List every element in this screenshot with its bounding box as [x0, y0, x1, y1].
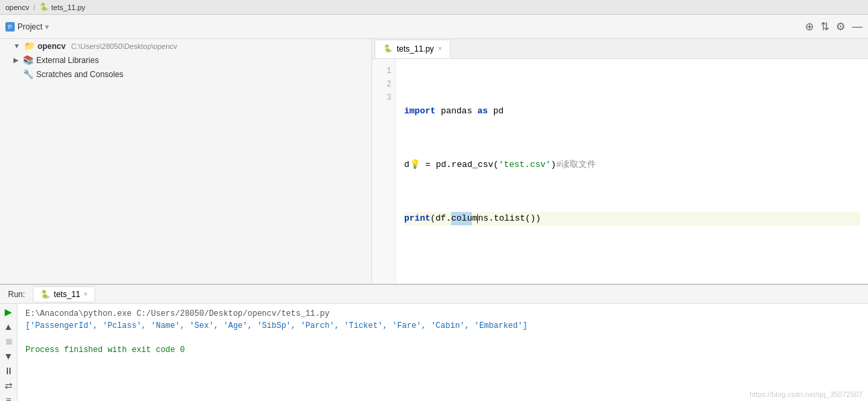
side-buttons: ▶ ▲ ⏹ ▼ ⏸ ⇄ ≡ — [0, 304, 17, 401]
editor-area: 🐍 tets_11.py × 1 2 3 import pandas as pd… — [372, 39, 868, 284]
sidebar: ▼ 📁 opencv C:\Users\28050\Desktop\opencv… — [0, 39, 372, 284]
tab-file-icon: 🐍 — [383, 44, 393, 53]
sidebar-item-scratches[interactable]: ▶ 🔧 Scratches and Consoles — [0, 67, 371, 81]
console-output-area: E:\Anaconda\python.exe C:/Users/28050/De… — [17, 304, 868, 401]
editor-tab[interactable]: 🐍 tets_11.py × — [375, 40, 450, 58]
console-line-1: E:\Anaconda\python.exe C:/Users/28050/De… — [25, 308, 860, 320]
title-sep: / — [33, 3, 35, 11]
rerun-button[interactable]: ⇄ — [2, 380, 15, 391]
console-line-2: ['PassengerId', 'Pclass', 'Name', 'Sex',… — [25, 320, 860, 332]
opencv-label: opencv — [38, 42, 66, 51]
sidebar-item-opencv[interactable]: ▼ 📁 opencv C:\Users\28050\Desktop\opencv — [0, 39, 371, 53]
code-content[interactable]: import pandas as pd d💡 = pd.read_csv('te… — [396, 59, 868, 284]
filter-button[interactable]: ≡ — [2, 395, 15, 401]
console-line-4: Process finished with exit code 0 — [25, 344, 860, 356]
scroll-up-button[interactable]: ▲ — [2, 321, 15, 332]
tab-bar: 🐍 tets_11.py × — [372, 39, 868, 59]
external-libraries-label: External Libraries — [36, 56, 99, 65]
folder-icon: 📁 — [24, 41, 35, 51]
code-editor[interactable]: 1 2 3 import pandas as pd d💡 = pd.read_c… — [372, 59, 868, 284]
pause-button[interactable]: ⏸ — [2, 365, 15, 376]
minimize-icon[interactable]: — — [852, 21, 863, 33]
sidebar-item-external-libraries[interactable]: ▶ 📚 External Libraries — [0, 53, 371, 67]
code-line-2: d💡 = pd.read_csv('test.csv')#读取文件 — [404, 158, 860, 172]
scratches-label: Scratches and Consoles — [36, 70, 123, 79]
run-tab-icon: 🐍 — [40, 290, 50, 299]
arrow-right-icon: ▶ — [13, 56, 19, 64]
title-bar: opencv / 🐍 tets_11.py — [0, 0, 868, 15]
collapse-icon[interactable]: ⇅ — [820, 20, 829, 33]
watermark: https://blog.csdn.net/qq_35072507 — [749, 390, 863, 398]
settings-icon[interactable]: ⚙ — [836, 20, 845, 33]
title-file: 🐍 tets_11.py — [40, 3, 86, 11]
opencv-path: C:\Users\28050\Desktop\opencv — [71, 42, 177, 50]
code-line-3: print(df.columns.tolist()) — [404, 212, 860, 225]
stop-button[interactable]: ⏹ — [2, 336, 15, 347]
scroll-down-button[interactable]: ▼ — [2, 351, 15, 361]
console-output: E:\Anaconda\python.exe C:/Users/28050/De… — [17, 304, 868, 360]
lib-icon: 📚 — [23, 55, 34, 65]
tab-close-button[interactable]: × — [438, 45, 442, 52]
run-tab[interactable]: 🐍 tets_11 × — [33, 286, 95, 302]
line-numbers: 1 2 3 — [372, 59, 396, 284]
toolbar: P Project ▾ ⊕ ⇅ ⚙ — — [0, 15, 868, 39]
code-line-1: import pandas as pd — [404, 105, 860, 118]
console-line-3 — [25, 332, 860, 344]
run-tab-label: tets_11 — [54, 290, 80, 299]
run-label: Run: — [3, 287, 30, 302]
title-project: opencv — [5, 3, 29, 11]
arrow-down-icon: ▼ — [13, 42, 20, 50]
bottom-main: ▶ ▲ ⏹ ▼ ⏸ ⇄ ≡ E:\Anaconda\python.exe C:/… — [0, 304, 868, 401]
project-label[interactable]: P Project ▾ — [5, 22, 49, 32]
main-area: ▼ 📁 opencv C:\Users\28050\Desktop\opencv… — [0, 39, 868, 284]
run-button[interactable]: ▶ — [2, 306, 15, 317]
bottom-tab-bar: Run: 🐍 tets_11 × — [0, 285, 868, 304]
toolbar-actions: ⊕ ⇅ ⚙ — — [805, 20, 863, 33]
bottom-panel: Run: 🐍 tets_11 × ▶ ▲ ⏹ ▼ ⏸ ⇄ ≡ E:\Anacon… — [0, 284, 868, 401]
tab-label: tets_11.py — [397, 44, 434, 54]
scratch-icon: 🔧 — [23, 69, 34, 79]
run-tab-close-button[interactable]: × — [84, 290, 88, 298]
add-icon[interactable]: ⊕ — [805, 20, 814, 33]
